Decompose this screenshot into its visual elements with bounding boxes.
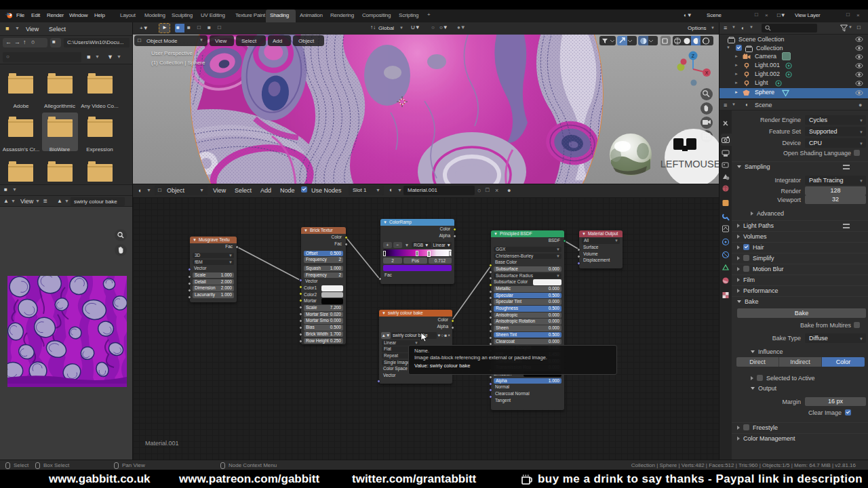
svg-text:Z: Z [692,54,695,58]
svg-text:LEFTMOUSE: LEFTMOUSE [660,159,719,169]
svg-text:X: X [705,70,709,75]
